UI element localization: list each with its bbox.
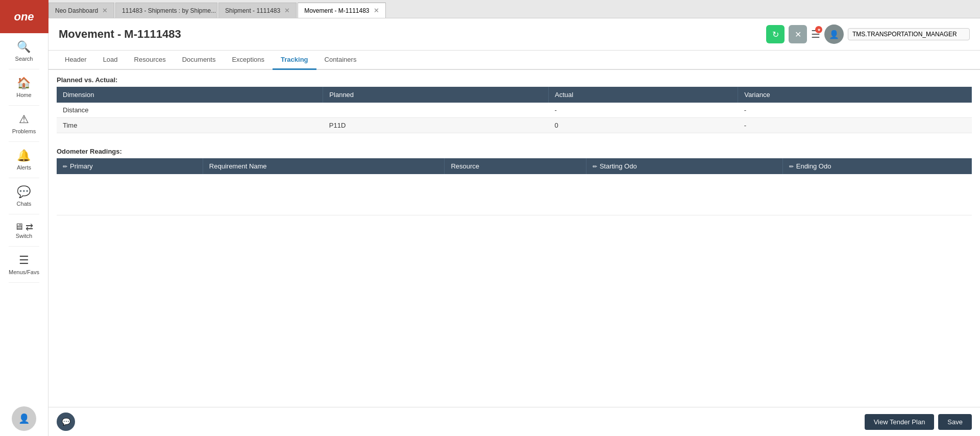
tab-label: Shipment - 1111483 [225,7,280,14]
edit-icon: ✏ [789,163,794,169]
nav-tab-documents[interactable]: Documents [174,51,224,70]
sidebar-item-search[interactable]: 🔍 Search [9,33,39,69]
odo-column-header: Resource [445,158,586,174]
nav-tab-header[interactable]: Header [57,51,95,70]
content-area: HeaderLoadResourcesDocumentsExceptionsTr… [48,51,980,407]
footer-right: View Tender Plan Save [865,414,972,430]
sidebar-user-avatar[interactable]: 👤 [12,406,36,431]
sidebar-item-problems[interactable]: ⚠ Problems [9,106,39,142]
chat-button[interactable]: 💬 [57,413,75,431]
nav-tab-exceptions[interactable]: Exceptions [224,51,273,70]
sidebar-item-label: Switch [16,233,32,239]
switch-icon1: 🖥 [14,222,23,233]
nav-tab-containers[interactable]: Containers [316,51,365,70]
odometer-table-wrapper: ✏PrimaryRequirement NameResource✏Startin… [48,158,980,224]
table-row [57,174,972,215]
sidebar-item-menus[interactable]: ☰ Menus/Favs [9,247,39,283]
table-row: Distance-- [57,103,972,118]
notification-badge: ★ [815,26,822,33]
odometer-readings-label: Odometer Readings: [48,141,980,158]
odo-column-header: ✏Ending Odo [782,158,971,174]
sidebar: one 🔍 Search 🏠 Home ⚠ Problems 🔔 Alerts … [0,0,48,436]
problems-icon: ⚠ [19,113,29,126]
table-row: TimeP11D0- [57,118,972,133]
pva-cell-dimension: Time [57,118,323,133]
sidebar-item-label: Menus/Favs [9,269,39,275]
tab-close-icon[interactable]: ✕ [102,7,108,14]
user-section: 👤 TMS.TRANSPORTATION_MANAGER [824,25,970,44]
pva-column-header: Dimension [57,87,323,103]
pva-cell-dimension: Distance [57,103,323,118]
pva-column-header: Planned [323,87,549,103]
nav-tab-tracking[interactable]: Tracking [273,51,316,70]
sidebar-item-label: Chats [17,201,32,207]
pva-cell-variance: - [738,103,972,118]
tab-shipment-1111483[interactable]: Shipment - 1111483✕ [218,3,297,18]
planned-vs-actual-table: DimensionPlannedActualVariance Distance-… [57,87,972,133]
pva-cell-variance: - [738,118,972,133]
switch-icon2: ⇄ [26,222,33,233]
view-tender-plan-button[interactable]: View Tender Plan [865,414,935,430]
header-actions: ↻ ✕ ☰ ★ 👤 TMS.TRANSPORTATION_MANAGER [766,25,970,44]
footer-left: 💬 [57,413,75,431]
tab-neo-dashboard[interactable]: Neo Dashboard✕ [48,3,114,18]
odo-column-header: Requirement Name [203,158,445,174]
sidebar-item-label: Problems [12,128,36,134]
close-record-button[interactable]: ✕ [789,25,807,43]
sidebar-item-home[interactable]: 🏠 Home [9,69,39,106]
pva-cell-planned: P11D [323,118,549,133]
pva-column-header: Actual [549,87,738,103]
sidebar-bottom: 👤 [0,406,48,436]
sidebar-item-chats[interactable]: 💬 Chats [9,178,39,214]
footer: 💬 View Tender Plan Save [48,407,980,436]
user-avatar: 👤 [824,25,844,44]
tab-close-icon[interactable]: ✕ [374,7,379,14]
pva-column-header: Variance [738,87,972,103]
tab-close-icon[interactable]: ✕ [284,7,290,14]
sidebar-item-alerts[interactable]: 🔔 Alerts [9,142,39,178]
tab-label: Neo Dashboard [55,7,98,14]
app-logo[interactable]: one [0,0,48,33]
chats-icon: 💬 [17,185,31,199]
search-icon: 🔍 [17,40,31,54]
pva-cell-actual: 0 [549,118,738,133]
odo-column-header: ✏Primary [57,158,203,174]
home-icon: 🏠 [17,77,31,90]
nav-tab-load[interactable]: Load [95,51,126,70]
sidebar-item-switch[interactable]: 🖥 ⇄ Switch [9,214,39,247]
edit-icon: ✏ [593,163,597,169]
user-role-select[interactable]: TMS.TRANSPORTATION_MANAGER [848,28,970,40]
tab-label: 111483 - Shipments : by Shipme... [122,7,216,14]
pva-cell-planned [323,103,549,118]
alerts-icon: 🔔 [17,149,31,162]
tab-bar: Neo Dashboard✕111483 - Shipments : by Sh… [48,0,980,18]
nav-tab-resources[interactable]: Resources [126,51,174,70]
menus-icon: ☰ [19,254,29,267]
edit-icon: ✏ [63,163,67,169]
sidebar-item-label: Home [16,92,31,98]
odo-column-header: ✏Starting Odo [586,158,782,174]
tab-shipments[interactable]: 111483 - Shipments : by Shipme...✕ [115,3,217,18]
refresh-button[interactable]: ↻ [766,25,785,43]
sidebar-item-label: Search [15,56,33,62]
menu-button[interactable]: ☰ ★ [811,28,820,40]
odometer-table: ✏PrimaryRequirement NameResource✏Startin… [57,158,972,215]
pva-cell-actual: - [549,103,738,118]
save-button[interactable]: Save [938,414,972,430]
main-content: Neo Dashboard✕111483 - Shipments : by Sh… [48,0,980,436]
planned-vs-actual-label: Planned vs. Actual: [48,70,980,87]
planned-vs-actual-table-wrapper: DimensionPlannedActualVariance Distance-… [48,87,980,141]
nav-tabs: HeaderLoadResourcesDocumentsExceptionsTr… [48,51,980,70]
page-header: Movement - M-1111483 ↻ ✕ ☰ ★ 👤 TMS.TRANS… [48,18,980,51]
page-title: Movement - M-1111483 [59,28,766,41]
tab-movement[interactable]: Movement - M-1111483✕ [298,3,385,18]
sidebar-item-label: Alerts [17,164,31,171]
tab-label: Movement - M-1111483 [304,7,369,14]
